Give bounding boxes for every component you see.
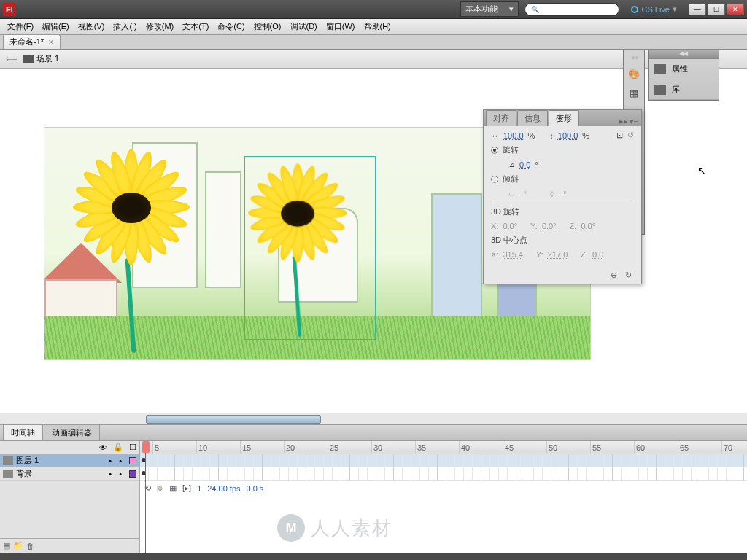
tab-align[interactable]: 对齐	[486, 110, 516, 126]
rot3d-y[interactable]: 0.0°	[542, 222, 557, 230]
timeline-status: ⟲ 🀙 ▦ [▸] 1 24.00 fps 0.0 s ◀	[140, 481, 747, 495]
new-layer-icon[interactable]: ▤	[3, 541, 10, 551]
library-panel-button[interactable]: 库	[649, 79, 719, 100]
playhead-line	[145, 453, 146, 553]
scale-width[interactable]: 100.0	[503, 131, 524, 140]
onion-icon[interactable]: ▦	[169, 483, 177, 493]
close-button[interactable]: ✕	[727, 4, 744, 15]
layer-row[interactable]: 图层 1 ••	[0, 454, 139, 467]
lock-icon[interactable]: 🔒	[113, 443, 123, 452]
tab-info[interactable]: 信息	[517, 110, 548, 126]
panel-collapse-icon[interactable]: ◀◀	[649, 50, 719, 59]
menu-file[interactable]: 文件(F)	[3, 19, 38, 34]
scrollbar-thumb[interactable]	[146, 415, 321, 424]
menu-view[interactable]: 视图(V)	[74, 19, 109, 34]
menu-insert[interactable]: 插入(I)	[109, 19, 141, 34]
rotate-radio[interactable]	[491, 147, 498, 154]
menu-debug[interactable]: 调试(D)	[286, 19, 322, 34]
search-input[interactable]: 🔍	[525, 3, 619, 16]
frames-panel[interactable]: 1510152025303540455055606570758 ⟲ 🀙 ▦ [▸…	[140, 441, 747, 553]
stage-scrollbar-h[interactable]	[0, 413, 747, 424]
cs-live-button[interactable]: CS Live ▾	[631, 4, 677, 14]
scene-label[interactable]: 场景 1	[23, 53, 59, 64]
layer-name: 背景	[16, 468, 32, 479]
properties-panel-button[interactable]: 属性	[649, 59, 719, 79]
center-y[interactable]: 217.0	[548, 250, 568, 259]
time-label: 0.0 s	[247, 484, 264, 493]
menu-help[interactable]: 帮助(H)	[360, 19, 395, 34]
cursor-icon: ↖	[697, 165, 706, 176]
layer-header: 👁 🔒 ☐	[0, 441, 139, 454]
constrain-icon[interactable]: ⊡	[616, 131, 623, 140]
scene-icon	[23, 55, 34, 63]
menu-window[interactable]: 窗口(W)	[322, 19, 360, 34]
timeline-panel: 时间轴 动画编辑器 👁 🔒 ☐ 图层 1 ••	[0, 424, 747, 553]
menubar: 文件(F) 编辑(E) 视图(V) 插入(I) 修改(M) 文本(T) 命令(C…	[0, 19, 747, 35]
frame-row[interactable]	[140, 467, 747, 481]
playhead[interactable]	[142, 441, 150, 453]
center3d-label: 3D 中心点	[491, 235, 527, 246]
layer-name: 图层 1	[16, 455, 39, 466]
delete-layer-icon[interactable]: 🗑	[26, 542, 34, 551]
library-label: 库	[672, 84, 680, 95]
workspace-label: 基本功能	[465, 4, 498, 15]
tab-timeline[interactable]: 时间轴	[3, 424, 43, 440]
rot3d-z[interactable]: 0.0°	[581, 222, 595, 230]
scale-height[interactable]: 100.0	[558, 131, 578, 140]
chevron-down-icon: ▾	[673, 4, 677, 14]
frame-ruler[interactable]: 1510152025303540455055606570758	[140, 441, 747, 454]
onion-icon[interactable]: 🀙	[157, 483, 163, 493]
layer-row[interactable]: 背景 ••	[0, 467, 139, 481]
center-z[interactable]: 0.0	[592, 250, 603, 259]
document-tab[interactable]: 未命名-1* ✕	[3, 34, 61, 49]
rotate-label: 旋转	[503, 144, 519, 155]
duplicate-icon[interactable]: ⊕	[611, 271, 621, 281]
library-icon	[654, 85, 666, 95]
scene-name: 场景 1	[36, 53, 59, 64]
rotate-value[interactable]: 0.0	[519, 160, 530, 169]
document-tab-label: 未命名-1*	[9, 36, 44, 47]
menu-edit[interactable]: 编辑(E)	[38, 19, 74, 34]
skew-label: 倾斜	[503, 174, 519, 184]
skew-v-icon: ◊	[550, 190, 554, 198]
skew-radio[interactable]	[491, 176, 498, 183]
back-icon[interactable]: ⟸	[6, 54, 18, 63]
menu-text[interactable]: 文本(T)	[178, 19, 213, 34]
transform-panel: 对齐 信息 变形 ▸▸ ▾≡ ↔ 100.0% ↕ 100.0% ⊡ ↺ 旋转 …	[483, 109, 642, 284]
reset-transform-icon[interactable]: ↻	[625, 271, 635, 281]
skew-h-value: - °	[519, 190, 527, 198]
swatches-icon[interactable]: 🎨	[627, 66, 641, 81]
color-icon[interactable]: ▦	[627, 85, 641, 100]
panel-collapse-icon[interactable]: ▸▸	[619, 117, 628, 126]
maximize-button[interactable]: ☐	[708, 4, 725, 15]
menu-control[interactable]: 控制(O)	[249, 19, 286, 34]
workspace-selector[interactable]: 基本功能 ▾	[460, 1, 519, 17]
visibility-icon[interactable]: 👁	[99, 443, 107, 452]
properties-label: 属性	[672, 63, 688, 74]
rot3d-x[interactable]: 0.0°	[503, 222, 517, 230]
height-icon: ↕	[549, 131, 554, 140]
skew-h-icon: ▱	[508, 189, 514, 198]
properties-icon	[654, 64, 666, 74]
skew-v-value: - °	[559, 190, 567, 198]
window-controls: — ☐ ✕	[689, 4, 744, 15]
onion-icon[interactable]: [▸]	[182, 483, 191, 493]
chevron-down-icon: ▾	[509, 4, 514, 14]
new-folder-icon[interactable]: 📁	[13, 541, 23, 551]
layer-icon	[3, 470, 13, 478]
tab-transform[interactable]: 变形	[549, 110, 579, 126]
close-tab-icon[interactable]: ✕	[48, 39, 54, 46]
frame-row[interactable]	[140, 454, 747, 467]
minimize-button[interactable]: —	[689, 4, 706, 15]
menu-commands[interactable]: 命令(C)	[213, 19, 249, 34]
center-x[interactable]: 315.4	[503, 250, 523, 259]
panel-menu-icon[interactable]: ▾≡	[630, 117, 638, 126]
outline-icon[interactable]: ☐	[129, 443, 136, 452]
layer-footer: ▤ 📁 🗑	[0, 538, 139, 553]
menu-modify[interactable]: 修改(M)	[142, 19, 179, 34]
tab-motion-editor[interactable]: 动画编辑器	[44, 424, 100, 440]
collapsed-panels: ◀◀ 属性 库	[648, 50, 719, 101]
app-logo: Fl	[3, 3, 16, 16]
rot3d-label: 3D 旋转	[491, 206, 519, 217]
reset-icon[interactable]: ↺	[627, 131, 634, 140]
